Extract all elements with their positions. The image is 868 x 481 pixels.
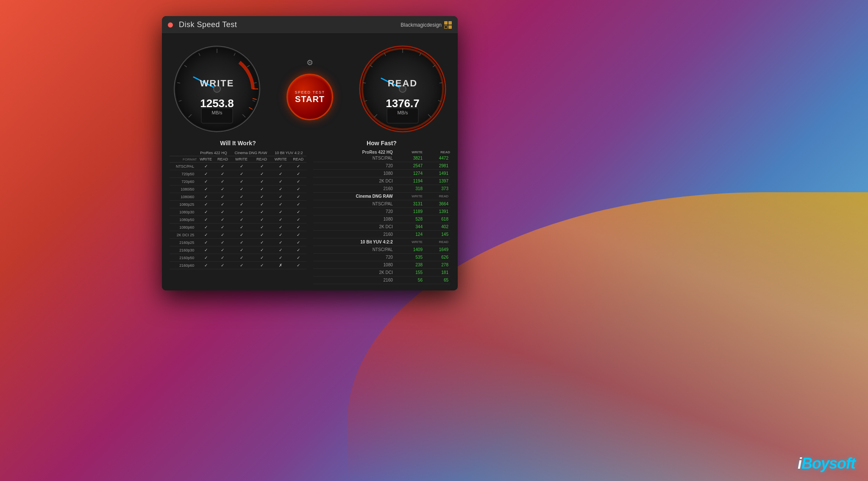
table-row: 2160p30✓✓✓✓✓✓: [170, 246, 306, 254]
check-mark: ✓: [252, 178, 271, 185]
settings-gear-icon[interactable]: ⚙: [306, 58, 313, 67]
check-mark: ✓: [197, 216, 215, 224]
iboysoft-text: Boysoft: [801, 455, 855, 472]
app-title: Disk Speed Test: [179, 20, 237, 29]
check-mark: ✓: [231, 246, 253, 254]
check-mark: ✓: [271, 185, 290, 193]
check-mark: ✓: [290, 163, 306, 170]
speed-row-label: NTSC/PAL: [313, 246, 395, 254]
check-mark: ✓: [290, 178, 306, 185]
check-mark: ✓: [271, 246, 290, 254]
check-mark: ✓: [290, 231, 306, 239]
table-row: 1080p60✓✓✓✓✓✓: [170, 224, 306, 231]
check-mark: ✓: [197, 185, 215, 193]
check-mark: ✓: [215, 201, 231, 208]
check-mark: ✓: [215, 163, 231, 170]
speed-write-value: 344: [395, 223, 424, 231]
format-label: 2160p25: [170, 239, 197, 246]
check-mark: ✓: [290, 262, 306, 269]
speed-row-label: 1080: [313, 216, 395, 223]
check-mark: ✓: [215, 246, 231, 254]
speed-row-label: 2K DCI: [313, 177, 395, 185]
yuv-header: 10 Bit YUV 4:2:2: [271, 150, 306, 156]
speed-write-col-label: WRITE: [395, 193, 424, 200]
check-mark: ✓: [271, 208, 290, 216]
check-mark: ✓: [252, 185, 271, 193]
check-mark: ✓: [197, 208, 215, 216]
check-mark: ✓: [197, 193, 215, 201]
speed-section-header: 10 Bit YUV 4:2:2WRITEREAD: [313, 238, 450, 246]
check-mark: ✓: [271, 254, 290, 262]
check-mark: ✓: [252, 231, 271, 239]
format-label: 2K DCI 25: [170, 231, 197, 239]
will-it-work-title: Will It Work?: [170, 140, 306, 147]
speed-row: 2K DCI344402: [313, 223, 450, 231]
speed-read-value: 626: [424, 254, 450, 261]
speed-row-label: 2K DCI: [313, 269, 395, 276]
check-mark: ✓: [231, 201, 253, 208]
speed-row: 72011891391: [313, 208, 450, 216]
table-row: 2K DCI 25✓✓✓✓✓✓: [170, 231, 306, 239]
check-mark: ✓: [231, 170, 253, 178]
speed-row: 108012741491: [313, 170, 450, 177]
check-mark: ✓: [197, 254, 215, 262]
check-mark: ✓: [290, 239, 306, 246]
speed-row-label: 720: [313, 208, 395, 216]
check-mark: ✓: [197, 224, 215, 231]
how-fast-panel: How Fast? ProRes 422 HQ WRITE READ NTSC/…: [310, 140, 453, 284]
check-mark: ✓: [271, 216, 290, 224]
speed-write-value: 1189: [395, 208, 424, 216]
check-mark: ✓: [231, 208, 253, 216]
speed-write-value: 528: [395, 216, 424, 223]
speed-label-header: ProRes 422 HQ: [313, 150, 395, 155]
compatibility-table: ProRes 422 HQ Cinema DNG RAW 10 Bit YUV …: [170, 150, 306, 269]
format-label: 720p60: [170, 178, 197, 185]
speed-row-label: 1080: [313, 170, 395, 177]
speed-read-value: 2981: [424, 162, 450, 170]
speed-read-value: 373: [424, 185, 450, 193]
check-mark: ✓: [215, 208, 231, 216]
check-mark: ✓: [215, 262, 231, 269]
speed-row-label: 720: [313, 162, 395, 170]
brand-sq-4: [448, 25, 452, 29]
speed-read-value: 1391: [424, 208, 450, 216]
yuv-write-header: WRITE: [271, 156, 290, 163]
speed-write-value: 1274: [395, 170, 424, 177]
brand-name: Blackmagicdesign: [401, 22, 442, 28]
check-mark: ✓: [215, 231, 231, 239]
check-mark: ✓: [231, 193, 253, 201]
check-mark: ✓: [252, 193, 271, 201]
write-gauge-svg: [170, 42, 264, 135]
check-mark: ✓: [252, 170, 271, 178]
brand-sq-2: [448, 21, 452, 25]
check-mark: ✓: [252, 224, 271, 231]
cross-mark: ✗: [271, 262, 290, 269]
svg-rect-20: [201, 108, 233, 123]
start-button[interactable]: SPEED TEST START: [287, 74, 333, 120]
check-mark: ✓: [215, 216, 231, 224]
speed-write-value: 1409: [395, 246, 424, 254]
speed-table: ProRes 422 HQ WRITE READ NTSC/PAL3821447…: [313, 150, 450, 284]
format-label: 720p50: [170, 170, 197, 178]
check-mark: ✓: [271, 170, 290, 178]
speed-row: 1080528618: [313, 216, 450, 223]
speed-write-value: 1194: [395, 177, 424, 185]
check-mark: ✓: [271, 201, 290, 208]
speed-row-label: 720: [313, 254, 395, 261]
table-row: NTSC/PAL✓✓✓✓✓✓: [170, 163, 306, 170]
iboysoft-i: i: [798, 455, 801, 472]
check-mark: ✓: [231, 216, 253, 224]
speed-row-label: 2160: [313, 276, 395, 284]
format-label: 2160p50: [170, 254, 197, 262]
check-mark: ✓: [271, 231, 290, 239]
format-label: 2160p60: [170, 262, 197, 269]
table-row: 1080p30✓✓✓✓✓✓: [170, 208, 306, 216]
close-button[interactable]: [168, 22, 173, 28]
speed-row-label: 2160: [313, 231, 395, 238]
start-button-line2: START: [295, 94, 325, 104]
speed-row: NTSC/PAL14091649: [313, 246, 450, 254]
check-mark: ✓: [197, 239, 215, 246]
speed-write-value: 3131: [395, 200, 424, 208]
speed-section-name: 10 Bit YUV 4:2:2: [313, 238, 395, 246]
brand-sq-1: [444, 21, 448, 25]
